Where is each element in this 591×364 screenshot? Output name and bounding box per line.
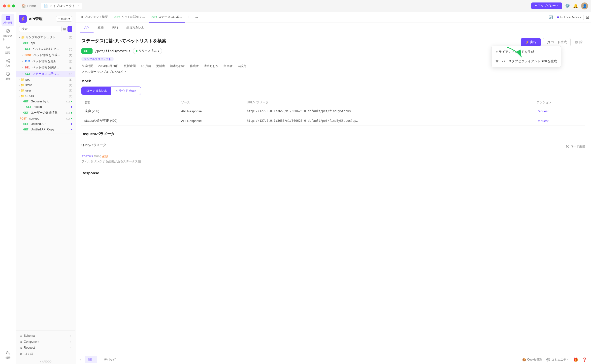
avatar[interactable]: 👤: [581, 2, 588, 9]
title-bar-right: ✦ アップグレード ⚙️ 🔔 👤: [531, 2, 588, 9]
upgrade-button[interactable]: ✦ アップグレード: [531, 2, 562, 9]
col-url: URL/パラメータ: [244, 99, 533, 106]
status-badge[interactable]: リリース済み ▾: [133, 48, 162, 54]
tree-item-get-user-detail[interactable]: GET ユーザーの詳細情報 (1): [16, 110, 75, 116]
tree-item-get-api[interactable]: GET api: [16, 40, 75, 46]
code-gen-button[interactable]: ⟨/⟩ コード生成: [543, 38, 571, 46]
tree-item-put-pet[interactable]: › PUT ペット情報を更新… (2): [16, 58, 75, 64]
request-section-title: Requestパラメータ: [81, 132, 115, 136]
filter-button[interactable]: ⊞: [63, 27, 66, 31]
mock-tab-cloud[interactable]: クラウドMock: [111, 87, 141, 95]
svg-point-7: [6, 60, 7, 61]
bottom-tab-design[interactable]: 設計: [85, 356, 97, 363]
tree-item-del-pet[interactable]: › DEL ペット情報を削除… (1): [16, 64, 75, 71]
tree-folder-crud[interactable]: › 📁 CRUD (4): [16, 93, 75, 99]
add-tab-button[interactable]: +: [186, 12, 192, 23]
chevron-down-icon: ▾: [158, 49, 159, 53]
chevron-icon: ▾: [19, 36, 20, 39]
traffic-lights: [3, 4, 15, 7]
sub-tab-run[interactable]: 実行: [108, 23, 122, 33]
apidog-watermark: ✦ APIDOG: [16, 359, 75, 364]
help-icon[interactable]: ❓: [582, 357, 587, 362]
history-refresh-icon[interactable]: 🔄: [549, 15, 553, 19]
add-button[interactable]: +: [67, 26, 72, 32]
svg-line-9: [7, 60, 9, 61]
folder-icon: 📁: [21, 78, 24, 81]
community-link[interactable]: 💬 コミュニティ: [546, 358, 569, 362]
code-gen-link[interactable]: ⟨/⟩ コード生成: [566, 144, 585, 149]
sub-tab-api[interactable]: API: [80, 23, 94, 32]
bottom-right: 🍪 Cookie管理 💬 コミュニティ 🎁 ❓: [522, 357, 587, 362]
footer-component[interactable]: ⊗ Component ›: [19, 339, 72, 345]
sidebar-item-share[interactable]: 共有: [1, 57, 14, 69]
tree-folder-pet[interactable]: › 📁 pet (3): [16, 77, 75, 82]
sidebar-item-history[interactable]: 履歴: [1, 70, 14, 82]
sidebar-item-autotest[interactable]: 自動テスト: [1, 27, 14, 43]
bottom-tab-debug[interactable]: デバッグ: [101, 356, 119, 363]
footer-trash[interactable]: 🗑 ゴミ箱: [19, 351, 72, 357]
maximize-button[interactable]: [12, 4, 15, 7]
gift-icon[interactable]: 🎁: [573, 357, 578, 362]
footer-request[interactable]: ⊕ Request ›: [19, 345, 72, 351]
tree-item-get-untitled[interactable]: GET Untitled API: [16, 121, 75, 127]
request-link-400[interactable]: Request: [533, 116, 585, 126]
tree-item-post-jsonrpc[interactable]: POST json-rpc (1): [16, 116, 75, 121]
tree-folder-sample[interactable]: ▾ 📁 サンプルプロジェクト (6): [16, 34, 75, 40]
sidebar: ⚡ API管理 ⑂ main ▾ ⊞ + ▾ 📁 サンプルプロジェクト (6): [16, 12, 75, 364]
tab-get-status[interactable]: GET ステータスに基…: [149, 12, 185, 23]
tree-item-get-pet-detail[interactable]: › GET ペットの詳細をク… (6): [16, 46, 75, 52]
col-name: 名前: [81, 99, 178, 106]
dropdown-item-client-code[interactable]: クライアントコードを生成: [492, 47, 561, 57]
tree-item-post-pet[interactable]: › POST ペット情報を作成… (1): [16, 52, 75, 58]
request-icon: ⊕: [20, 346, 22, 349]
notification-icon[interactable]: 🔔: [573, 3, 578, 8]
trash-icon: 🗑: [20, 352, 23, 356]
tree-item-get-untitled-copy[interactable]: GET Untitled API Copy: [16, 127, 75, 132]
tree-item-get-notion[interactable]: GET notion: [16, 104, 75, 110]
sidebar-item-api[interactable]: API管理: [1, 14, 14, 26]
tree-item-get-user-by-id[interactable]: GET Get user by id (1): [16, 99, 75, 104]
chevron-icon: ›: [22, 66, 23, 69]
mock-row-400: statusの値が不正 (400) API Response http://12…: [81, 116, 585, 126]
dropdown-item-server-stub[interactable]: サーバースタブとクライアントSDKを生成: [492, 57, 561, 66]
component-icon: ⊗: [20, 340, 22, 343]
tree-item-get-status[interactable]: › GET ステータスに基づ… (3): [16, 71, 75, 77]
share-icon: [5, 58, 10, 63]
mock-table: 名前 ソース URL/パラメータ アクション 成功 (200) API Resp…: [81, 99, 585, 126]
tab-project-overview[interactable]: ⊞ プロジェクト概要: [77, 12, 111, 23]
run-button[interactable]: ⚡ 実行: [521, 38, 541, 46]
close-button[interactable]: [3, 4, 6, 7]
sub-tab-advanced-mock[interactable]: 高度なMock: [122, 23, 148, 33]
project-tab[interactable]: 📄 マイプロジェクト ×: [41, 3, 82, 9]
delete-button[interactable]: 削 除: [573, 38, 585, 46]
mock-dot: [557, 16, 559, 18]
chevron-icon: ›: [19, 89, 20, 92]
branch-selector[interactable]: ⑂ main ▾: [56, 16, 72, 22]
chevron-right-icon: ›: [70, 340, 71, 343]
search-input[interactable]: [19, 26, 62, 32]
more-tabs-button[interactable]: ···: [193, 12, 200, 23]
sidebar-item-invite[interactable]: 招待: [1, 349, 14, 361]
mock-tab-local[interactable]: ローカルMock: [82, 87, 111, 95]
mock-selector[interactable]: Lo Local Mock ▾: [555, 15, 584, 20]
cookie-manager-link[interactable]: 🍪 Cookie管理: [522, 358, 542, 362]
sub-tab-changes[interactable]: 変更: [94, 23, 108, 33]
tree-folder-user[interactable]: › 📁 user (7): [16, 88, 75, 93]
folder-icon: 📁: [21, 83, 24, 87]
svg-point-8: [9, 61, 10, 62]
tree-folder-store[interactable]: › 📁 store (4): [16, 82, 75, 88]
settings-icon[interactable]: ⚙️: [565, 3, 570, 8]
layout-toggle-icon[interactable]: ⊡: [586, 15, 589, 20]
tab-get-pet-detail[interactable]: GET ペットの詳細を…: [111, 12, 148, 23]
tab-close-icon[interactable]: ×: [78, 4, 79, 8]
footer-schema[interactable]: ⊞ Schema ›: [19, 333, 72, 339]
param-row: status string 必須 フィルタリングする必要があるステータス値: [81, 152, 585, 166]
minimize-button[interactable]: [7, 4, 10, 7]
param-desc: フィルタリングする必要があるステータス値: [81, 159, 585, 164]
sidebar-logo: ⚡: [19, 15, 27, 23]
chevron-icon: ›: [22, 72, 23, 75]
nav-prev-button[interactable]: «: [79, 358, 81, 362]
sidebar-item-settings[interactable]: 設定: [1, 44, 14, 56]
home-tab[interactable]: 🏠 Home: [19, 3, 39, 9]
request-link-200[interactable]: Request: [533, 106, 585, 116]
